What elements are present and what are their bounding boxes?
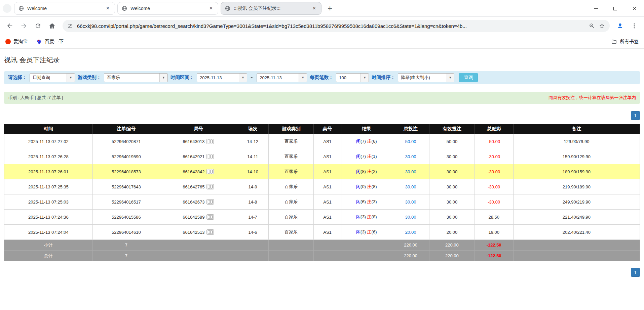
bookmark-taobao[interactable]: 爱淘宝 [5, 39, 28, 45]
round-result-image-button[interactable] [206, 214, 214, 220]
cell-valid-bet: 30.00 [429, 194, 475, 210]
cell-valid-bet: 30.00 [429, 210, 475, 225]
tab-search-button[interactable] [3, 4, 11, 13]
window-controls [586, 0, 644, 16]
date-from-select[interactable]: 2025-11-13 ▼ [197, 73, 247, 82]
url-text[interactable]: 66cxkj98.com/ipl/portal.php/game/betreco… [77, 23, 585, 29]
cell-payout: -30.00 [475, 149, 513, 164]
cell-game-type: 百家乐 [269, 134, 314, 149]
cell-payout: 19.00 [475, 225, 513, 240]
site-settings-tune-icon[interactable] [67, 23, 73, 29]
cell-session: 14-10 [237, 164, 269, 179]
total-bet-link[interactable]: 50.00 [405, 139, 416, 144]
page-size-label: 每页笔数： [310, 75, 333, 81]
date-to-select[interactable]: 2025-11-13 ▼ [257, 73, 307, 82]
summary-row: 小计7220.00220.00-122.50 [4, 240, 640, 251]
player-result: 闲 [356, 199, 361, 204]
cell-round: 661642589 [160, 210, 237, 225]
window-maximize-button[interactable] [606, 0, 625, 17]
home-button[interactable] [46, 19, 59, 32]
chevron-down-icon: ▼ [361, 74, 369, 82]
query-type-select[interactable]: 日期查询 ▼ [30, 73, 75, 82]
cell-total-bet: 30.00 [392, 194, 429, 210]
banker-result: 庄 [367, 199, 372, 204]
total-bet-link[interactable]: 30.00 [405, 215, 416, 220]
cell-result: 闲(7) 庄(6) [341, 134, 392, 149]
close-icon [633, 6, 637, 10]
cell-note: 129.90/79.90 [513, 134, 640, 149]
summary-valid-bet: 220.00 [429, 240, 475, 251]
summary-valid-bet: 220.00 [429, 251, 475, 261]
round-result-image-button[interactable] [206, 229, 214, 235]
bookmark-star-icon[interactable] [599, 23, 605, 29]
round-result-image-button[interactable] [206, 154, 214, 159]
chevron-down-icon: ▼ [446, 74, 454, 82]
tab-strip: Welcome ✕ Welcome ✕ :::视讯 会员下注纪录::: ✕ + [0, 0, 644, 17]
cell-result: 闲(7) 庄(1) [341, 149, 392, 164]
round-result-image-button[interactable] [206, 184, 214, 189]
three-dot-menu-icon [631, 23, 638, 29]
browser-menu-button[interactable] [628, 19, 641, 32]
sort-select[interactable]: 降幂(由大到小) ▼ [398, 73, 454, 82]
address-bar[interactable]: 66cxkj98.com/ipl/portal.php/game/betreco… [63, 20, 610, 32]
bet-record-row: 2025-11-13 07:24:36522964015586661642589… [4, 210, 640, 225]
bookmark-baidu[interactable]: 百度一下 [36, 39, 64, 45]
cell-valid-bet: 30.00 [429, 149, 475, 164]
bet-record-row: 2025-11-13 07:25:35522964017643661642765… [4, 179, 640, 194]
navigation-bar: 66cxkj98.com/ipl/portal.php/game/betreco… [0, 17, 644, 35]
cell-valid-bet: 30.00 [429, 179, 475, 194]
round-result-image-button[interactable] [206, 139, 214, 144]
cell-session: 14-11 [237, 149, 269, 164]
total-bet-link[interactable]: 30.00 [405, 184, 416, 189]
cell-total-bet: 50.00 [392, 134, 429, 149]
tab-close-icon[interactable]: ✕ [311, 5, 317, 11]
cell-result: 闲(8) 庄(2) [341, 164, 392, 179]
column-header: 桌号 [314, 124, 341, 134]
browser-tab-2[interactable]: Welcome ✕ [117, 2, 218, 15]
maximize-icon [613, 7, 617, 10]
page-1-button[interactable]: 1 [631, 111, 640, 120]
cell-time: 2025-11-13 07:27:02 [4, 134, 93, 149]
cell-payout: -30.00 [475, 179, 513, 194]
total-bet-link[interactable]: 20.00 [405, 230, 416, 235]
tab-close-icon[interactable]: ✕ [208, 5, 214, 11]
round-result-image-button[interactable] [206, 199, 214, 205]
new-tab-button[interactable]: + [324, 2, 336, 14]
reload-icon [35, 23, 41, 29]
game-type-select[interactable]: 百家乐 ▼ [104, 73, 168, 82]
cell-result: 闲(3) 庄(6) [341, 225, 392, 240]
total-bet-link[interactable]: 30.00 [405, 154, 416, 159]
forward-button[interactable] [17, 19, 30, 32]
profile-button[interactable] [614, 19, 627, 32]
round-result-image-button[interactable] [206, 169, 214, 174]
back-button[interactable] [3, 19, 16, 32]
bet-record-row: 2025-11-13 07:25:03522964016517661642673… [4, 194, 640, 210]
page-1-button[interactable]: 1 [631, 268, 640, 277]
browser-tab-1[interactable]: Welcome ✕ [14, 2, 115, 15]
tab-close-icon[interactable]: ✕ [105, 5, 111, 11]
cell-bet-id: 522964018573 [92, 164, 160, 179]
search-button[interactable]: 查询 [459, 73, 478, 82]
cell-table-no: AS1 [314, 149, 341, 164]
window-minimize-button[interactable] [586, 0, 606, 17]
cell-table-no: AS1 [314, 179, 341, 194]
query-type-value: 日期查询 [30, 74, 67, 82]
total-bet-link[interactable]: 30.00 [405, 200, 416, 205]
column-header: 总派彩 [475, 124, 513, 134]
window-close-button[interactable] [625, 0, 644, 17]
cell-session: 14-9 [237, 179, 269, 194]
reload-button[interactable] [32, 19, 44, 32]
cell-session: 14-8 [237, 194, 269, 210]
cell-table-no: AS1 [314, 225, 341, 240]
summary-total-bet: 220.00 [392, 240, 429, 251]
cell-time: 2025-11-13 07:26:01 [4, 164, 93, 179]
cell-bet-id: 522964019590 [92, 149, 160, 164]
browser-tab-3-active[interactable]: :::视讯 会员下注纪录::: ✕ [221, 2, 321, 15]
cell-note: 159.90/129.90 [513, 149, 640, 164]
page-size-select[interactable]: 100 ▼ [336, 73, 369, 82]
all-bookmarks-button[interactable]: 所有书签 [611, 39, 639, 45]
cell-game-type: 百家乐 [269, 210, 314, 225]
total-bet-link[interactable]: 30.00 [405, 169, 416, 174]
cell-note: 249.90/219.90 [513, 194, 640, 210]
zoom-out-icon[interactable] [589, 23, 595, 29]
